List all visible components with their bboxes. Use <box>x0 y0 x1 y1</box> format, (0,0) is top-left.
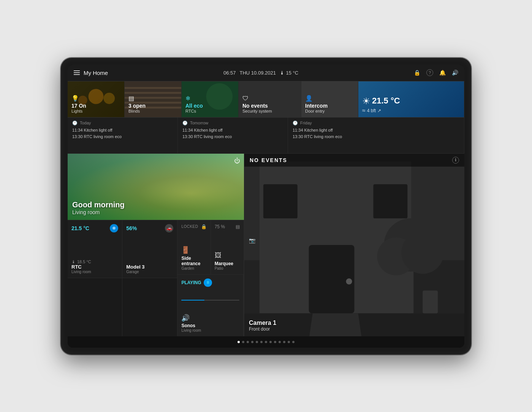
page-dot-6[interactable] <box>260 341 263 343</box>
lights-tile[interactable]: 💡 17 On Lights <box>68 81 125 117</box>
volume-icon[interactable]: 🔊 <box>452 70 458 76</box>
security-value: No events <box>242 103 297 109</box>
sonos-tile[interactable]: PLAYING ⏸ 🔊 Sonos Living room <box>177 275 244 336</box>
bell-icon[interactable]: 🔔 <box>439 70 446 76</box>
marquee-tile[interactable]: 75 % ▤ 🖼 Marquee Patio <box>211 220 244 274</box>
device-frame: My Home 06:57 THU 10.09.2021 🌡 15 °C 🔒 ?… <box>61 58 471 355</box>
main-grid: ⏻ Good morning Living room 21.5 °C <box>68 154 464 336</box>
camera-name: Camera 1 <box>249 320 276 326</box>
blinds-tile[interactable]: ▤ 3 open Blinds <box>125 81 182 117</box>
rtc-temp: 21.5 °C <box>71 225 89 231</box>
header-time: 06:57 <box>223 70 236 76</box>
page-dot-4[interactable] <box>251 341 253 343</box>
today-event-1: 11:34 Kitchen light off 13:30 RTC living… <box>72 127 173 140</box>
door-label: Door entry <box>305 109 354 114</box>
header-date: THU 10.09.2021 <box>240 70 276 76</box>
header-left: My Home <box>74 70 108 76</box>
page-dot-2[interactable] <box>242 341 244 343</box>
sonos-sub: Living room <box>181 328 239 332</box>
lock-icon[interactable]: 🔒 <box>414 70 420 76</box>
page-dot-5[interactable] <box>256 341 258 343</box>
eco-icon: ❄ <box>185 95 234 102</box>
left-column: ⏻ Good morning Living room 21.5 °C <box>68 154 244 336</box>
friday-events: 11:34 Kitchen light off 13:30 RTC living… <box>293 127 459 140</box>
power-icon[interactable]: ⏻ <box>234 157 240 164</box>
security-icon: 🛡 <box>242 95 297 102</box>
svg-rect-6 <box>263 184 298 218</box>
camera-tile[interactable]: NO EVENTS ℹ 📷 Camera 1 Front door <box>244 154 464 336</box>
model3-percent: 56% <box>126 225 137 231</box>
rtc-tile[interactable]: 21.5 °C ❄ 🌡 18.5 °C RTC Living ro <box>68 220 122 278</box>
pause-button[interactable]: ⏸ <box>204 278 212 287</box>
svg-rect-7 <box>373 184 407 218</box>
blinds-label: Blinds <box>128 109 177 114</box>
door-tile[interactable]: 👤 Intercom Door entry <box>301 81 358 117</box>
schedule-row: 🕐 Today 11:34 Kitchen light off 13:30 RT… <box>68 118 464 154</box>
clock-icon-2: 🕐 <box>182 121 188 126</box>
today-label: Today <box>80 121 91 125</box>
page-dot-12[interactable] <box>288 341 290 343</box>
eco-tile[interactable]: ❄ All eco RTCs <box>182 81 239 117</box>
page-dot-10[interactable] <box>279 341 281 343</box>
page-dot-3[interactable] <box>247 341 249 343</box>
pagination <box>68 336 464 348</box>
weather-tile[interactable]: ☀ 21.5 °C ≈ 4 bft ↗ <box>358 81 464 117</box>
clock-icon-3: 🕐 <box>293 121 298 126</box>
tomorrow-schedule[interactable]: 🕐 Tomorrow 11:34 Kitchen light off 13:30… <box>178 118 288 153</box>
security-label: Security system <box>242 109 297 114</box>
camera-feed <box>244 154 464 336</box>
today-schedule[interactable]: 🕐 Today 11:34 Kitchen light off 13:30 RT… <box>68 118 178 153</box>
blinds-value: 3 open <box>128 103 177 109</box>
eco-value: All eco <box>185 103 234 109</box>
thermometer-icon: 🌡 <box>71 259 76 264</box>
main-content: 💡 17 On Lights ▤ 3 open Blinds <box>68 81 464 336</box>
side-entrance-sub: Garden <box>181 266 206 270</box>
sun-icon: ☀ <box>362 96 370 107</box>
clock-icon: 🕐 <box>72 121 78 126</box>
lock-icon-tile: 🔒 <box>201 224 207 229</box>
page-dot-8[interactable] <box>269 341 272 343</box>
header-temp: 🌡 15 °C <box>280 70 298 76</box>
good-morning-content: Good morning Living room <box>72 200 125 215</box>
sonos-label: Sonos <box>181 323 239 328</box>
bottom-tiles: 21.5 °C ❄ 🌡 18.5 °C RTC Living ro <box>68 220 244 336</box>
media-progress-bar <box>181 300 239 301</box>
climate-empty-1 <box>68 278 122 336</box>
blinds-icon-tile: ▤ <box>236 224 240 229</box>
model3-tile[interactable]: 56% 🚗 Model 3 Garage <box>122 220 177 278</box>
help-icon[interactable]: ? <box>426 69 433 76</box>
speaker-icon: 🔊 <box>181 314 239 322</box>
menu-button[interactable] <box>74 70 80 75</box>
security-tile[interactable]: 🛡 No events Security system <box>239 81 301 117</box>
side-entrance-tile[interactable]: LOCKED 🔒 🚪 Side entrance Garden <box>177 220 211 274</box>
device-screen: My Home 06:57 THU 10.09.2021 🌡 15 °C 🔒 ?… <box>68 65 464 348</box>
right-column: NO EVENTS ℹ 📷 Camera 1 Front door <box>244 154 464 336</box>
marquee-percent: 75 % <box>215 224 225 229</box>
page-dot-11[interactable] <box>283 341 285 343</box>
lock-status: LOCKED <box>181 224 198 229</box>
door-value: Intercom <box>305 103 354 109</box>
page-dot-1[interactable] <box>238 341 240 343</box>
camera-info: Camera 1 Front door <box>249 320 276 332</box>
camera-position-icon: 📷 <box>249 237 255 243</box>
blinds-icon: ▤ <box>128 95 177 102</box>
header-right: 🔒 ? 🔔 🔊 <box>414 69 458 76</box>
page-dot-13[interactable] <box>292 341 294 343</box>
header-center: 06:57 THU 10.09.2021 🌡 15 °C <box>223 70 298 76</box>
lights-icon: 💡 <box>71 95 120 102</box>
side-entrance-label: Side entrance <box>181 256 206 266</box>
media-progress-fill <box>181 300 204 301</box>
lights-label: Lights <box>71 109 120 114</box>
page-dot-9[interactable] <box>274 341 276 343</box>
tomorrow-events: 11:34 Kitchen light off 13:30 RTC living… <box>182 127 283 140</box>
good-morning-tile[interactable]: ⏻ Good morning Living room <box>68 154 244 220</box>
room-text: Living room <box>72 209 125 215</box>
car-icon: 🚗 <box>165 224 173 232</box>
camera-info-icon[interactable]: ℹ <box>452 157 459 164</box>
model3-name: Model 3 <box>126 264 173 270</box>
marquee-sub: Patio <box>215 266 240 270</box>
friday-schedule[interactable]: 🕐 Friday 11:34 Kitchen light off 13:30 R… <box>288 118 464 153</box>
svg-point-5 <box>346 278 352 284</box>
svg-point-11 <box>401 231 444 274</box>
page-dot-7[interactable] <box>265 341 267 343</box>
